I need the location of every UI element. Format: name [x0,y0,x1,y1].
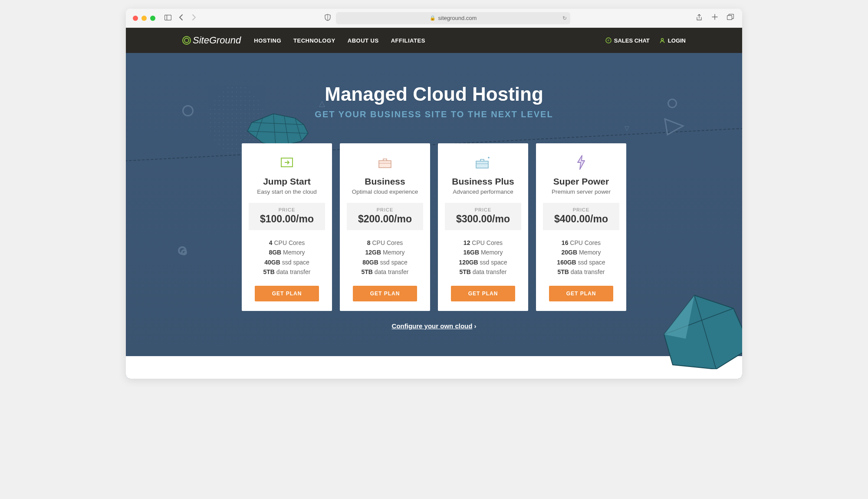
main-navbar: SiteGround HOSTING TECHNOLOGY ABOUT US A… [126,28,742,53]
plan-spec: 5TB data transfer [249,267,325,277]
svg-line-9 [284,116,289,144]
svg-line-10 [295,118,302,141]
plan-name: Business Plus [445,176,521,187]
price-box: PRICE $400.00/mo [543,203,619,230]
forward-button[interactable] [189,14,199,22]
get-plan-button[interactable]: GET PLAN [353,286,417,301]
plan-spec: 160GB ssd space [543,258,619,267]
price-value: $300.00/mo [445,213,521,225]
plan-tagline: Advanced performance [445,188,521,195]
chat-icon [605,37,612,43]
plan-spec: 40GB ssd space [249,258,325,267]
sidebar-toggle-icon[interactable] [163,14,173,22]
plan-icon [445,155,521,170]
pricing-plans: Jump Start Easy start on the cloud PRICE… [143,143,725,311]
plan-specs: 4 CPU Cores8GB Memory40GB ssd space5TB d… [249,238,325,277]
plan-specs: 16 CPU Cores20GB Memory160GB ssd space5T… [543,238,619,277]
configure-cloud-link[interactable]: Configure your own cloud › [392,322,477,330]
plan-spec: 12GB Memory [347,248,423,257]
get-plan-button[interactable]: GET PLAN [549,286,613,301]
plan-name: Business [347,176,423,187]
plan-spec: 20GB Memory [543,248,619,257]
svg-line-12 [247,131,308,133]
svg-line-11 [252,122,304,125]
address-bar[interactable]: 🔒 siteground.com ↻ [336,12,570,24]
svg-point-4 [606,38,611,43]
nav-link-about[interactable]: ABOUT US [348,37,379,44]
plan-card: Business Optimal cloud experience PRICE … [340,143,430,311]
nav-links: HOSTING TECHNOLOGY ABOUT US AFFILIATES [254,37,425,44]
plan-specs: 8 CPU Cores12GB Memory80GB ssd space5TB … [347,238,423,277]
price-label: PRICE [249,207,325,212]
plan-spec: 120GB ssd space [445,258,521,267]
svg-line-16 [664,308,733,334]
plan-card: Jump Start Easy start on the cloud PRICE… [242,143,332,311]
user-icon [659,37,665,43]
plan-spec: 8GB Memory [249,248,325,257]
price-value: $100.00/mo [249,213,325,225]
plan-card: Super Power Premium server power PRICE $… [536,143,626,311]
plan-spec: 12 CPU Cores [445,238,521,248]
price-label: PRICE [543,207,619,212]
svg-point-5 [661,39,663,41]
plan-name: Jump Start [249,176,325,187]
svg-marker-13 [665,119,683,135]
hero-title: Managed Cloud Hosting [239,83,629,105]
price-box: PRICE $100.00/mo [249,203,325,230]
price-box: PRICE $300.00/mo [445,203,521,230]
tabs-icon[interactable] [726,14,735,22]
price-label: PRICE [347,207,423,212]
lock-icon: 🔒 [430,15,436,21]
plan-spec: 80GB ssd space [347,258,423,267]
plan-name: Super Power [543,176,619,187]
svg-rect-3 [727,16,732,20]
window-close-button[interactable] [133,16,138,21]
plan-icon [543,155,619,170]
nav-link-hosting[interactable]: HOSTING [254,37,281,44]
svg-rect-0 [165,15,171,20]
plan-spec: 5TB data transfer [543,267,619,277]
plan-spec: 5TB data transfer [347,267,423,277]
price-value: $400.00/mo [543,213,619,225]
plan-icon [249,155,325,170]
plan-spec: 8 CPU Cores [347,238,423,248]
new-tab-icon[interactable] [710,14,720,22]
shield-icon[interactable] [323,14,332,22]
sales-chat-link[interactable]: SALES CHAT [605,37,650,44]
plan-card: Business Plus Advanced performance PRICE… [438,143,528,311]
price-label: PRICE [445,207,521,212]
price-value: $200.00/mo [347,213,423,225]
plan-tagline: Easy start on the cloud [249,188,325,195]
logo-mark-icon [182,36,191,45]
nav-link-technology[interactable]: TECHNOLOGY [293,37,335,44]
plan-spec: 4 CPU Cores [249,238,325,248]
login-link[interactable]: LOGIN [659,37,686,44]
nav-link-affiliates[interactable]: AFFILIATES [391,37,425,44]
logo[interactable]: SiteGround [182,35,241,46]
refresh-icon[interactable]: ↻ [562,15,567,21]
plan-tagline: Optimal cloud experience [347,188,423,195]
price-box: PRICE $200.00/mo [347,203,423,230]
browser-toolbar: 🔒 siteground.com ↻ [126,9,742,28]
logo-text: SiteGround [193,35,241,46]
plan-tagline: Premium server power [543,188,619,195]
plan-spec: 16GB Memory [445,248,521,257]
content-strip [126,356,742,379]
plan-icon [347,155,423,170]
svg-rect-19 [379,161,391,168]
window-zoom-button[interactable] [150,16,155,21]
plan-spec: 16 CPU Cores [543,238,619,248]
url-text: siteground.com [438,15,477,21]
svg-rect-21 [476,161,488,168]
window-minimize-button[interactable] [141,16,147,21]
chevron-right-icon: › [474,322,476,330]
get-plan-button[interactable]: GET PLAN [451,286,515,301]
hero-subtitle: GET YOUR BUSINESS SITE TO THE NEXT LEVEL [239,109,629,119]
get-plan-button[interactable]: GET PLAN [255,286,319,301]
plan-specs: 12 CPU Cores16GB Memory120GB ssd space5T… [445,238,521,277]
share-icon[interactable] [694,14,704,22]
plan-spec: 5TB data transfer [445,267,521,277]
back-button[interactable] [176,14,186,22]
svg-line-7 [256,118,263,138]
